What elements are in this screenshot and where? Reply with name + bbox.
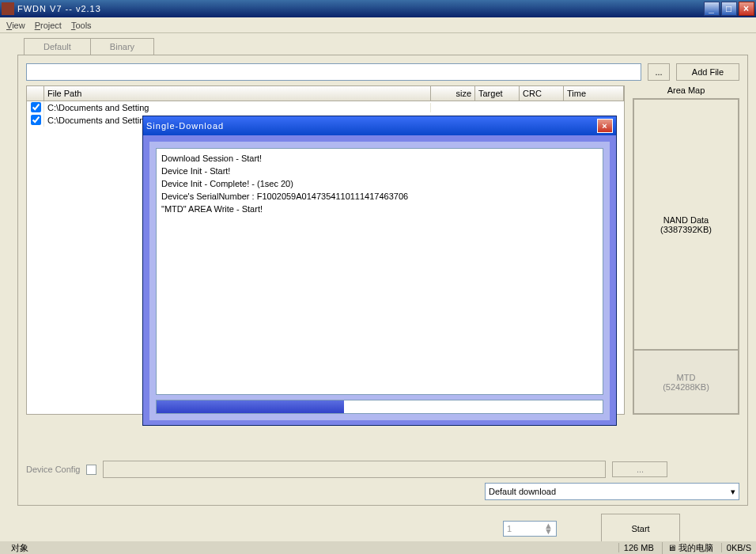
window-title: FWDN V7 -- v2.13 <box>17 4 101 13</box>
nand-partition[interactable]: NAND Data (3387392KB) <box>634 100 738 351</box>
status-computer: 🖥 我的电脑 <box>662 542 718 554</box>
mtd-size: (524288KB) <box>663 382 709 392</box>
download-mode-value: Default download <box>489 487 556 496</box>
download-log: Download Session - Start! Device Init - … <box>156 148 603 395</box>
col-file-path[interactable]: File Path <box>44 86 431 101</box>
chevron-down-icon: ▾ <box>731 487 735 497</box>
progress-fill <box>157 400 344 413</box>
status-obj: 对象 <box>11 542 28 554</box>
count-stepper[interactable]: 1 ▲▼ <box>503 521 557 537</box>
menu-view[interactable]: View <box>6 21 25 30</box>
count-value: 1 <box>507 524 512 533</box>
download-mode-select[interactable]: Default download ▾ <box>485 483 739 500</box>
menu-project[interactable]: Project <box>35 21 62 30</box>
col-size[interactable]: size <box>431 86 475 101</box>
area-map: Area Map NAND Data (3387392KB) MTD (5242… <box>633 85 739 415</box>
table-row[interactable]: C:\Documents and Setting <box>27 101 624 114</box>
col-time[interactable]: Time <box>564 86 624 101</box>
col-target[interactable]: Target <box>475 86 520 101</box>
log-line: Download Session - Start! <box>161 152 598 165</box>
menu-tools[interactable]: Tools <box>71 21 92 30</box>
left-strip <box>0 33 17 554</box>
row-checkbox[interactable] <box>31 102 41 112</box>
app-icon <box>2 2 14 15</box>
minimize-button[interactable]: _ <box>704 2 720 16</box>
tab-binary[interactable]: Binary <box>90 38 154 55</box>
log-line: "MTD" AREA Write - Start! <box>161 203 598 215</box>
dialog-titlebar[interactable]: Single-Download × <box>143 116 616 135</box>
device-config-label: Device Config <box>26 465 80 474</box>
log-line: Device's SerialNumber : F1002059A0147354… <box>161 190 598 203</box>
close-button[interactable]: × <box>739 2 754 16</box>
log-line: Device Init - Start! <box>161 165 598 177</box>
path-input[interactable] <box>26 63 641 81</box>
mtd-label: MTD <box>677 373 696 382</box>
row-checkbox[interactable] <box>31 115 41 125</box>
status-speed: 0KB/S <box>721 543 756 552</box>
area-map-title: Area Map <box>633 85 739 98</box>
window-titlebar: FWDN V7 -- v2.13 _ □ × <box>0 0 756 17</box>
device-config-browse[interactable]: ... <box>612 461 667 477</box>
col-check <box>27 86 44 101</box>
browse-button[interactable]: ... <box>648 63 670 81</box>
log-line: Device Init - Complete! - (1sec 20) <box>161 177 598 190</box>
step-down-icon[interactable]: ▼ <box>544 529 553 534</box>
tab-default[interactable]: Default <box>24 38 91 55</box>
start-button[interactable]: Start <box>601 514 680 544</box>
statusbar: 对象 126 MB 🖥 我的电脑 0KB/S <box>0 541 756 554</box>
progress-bar <box>156 400 603 414</box>
tabs: Default Binary <box>24 38 748 55</box>
row-path: C:\Documents and Setting <box>44 103 431 112</box>
nand-label: NAND Data <box>663 215 709 225</box>
nand-size: (3387392KB) <box>660 225 712 234</box>
dialog-title: Single-Download <box>146 121 224 131</box>
mtd-partition[interactable]: MTD (524288KB) <box>634 351 738 413</box>
maximize-button[interactable]: □ <box>721 2 737 16</box>
add-file-button[interactable]: Add File <box>676 63 739 81</box>
dialog-close-button[interactable]: × <box>597 119 613 133</box>
menubar: View Project Tools <box>0 17 756 33</box>
device-config-checkbox[interactable] <box>86 465 96 475</box>
device-config-box <box>103 461 606 478</box>
col-crc[interactable]: CRC <box>520 86 564 101</box>
table-header: File Path size Target CRC Time <box>26 85 625 101</box>
single-download-dialog: Single-Download × Download Session - Sta… <box>142 116 617 426</box>
status-size: 126 MB <box>618 543 659 552</box>
